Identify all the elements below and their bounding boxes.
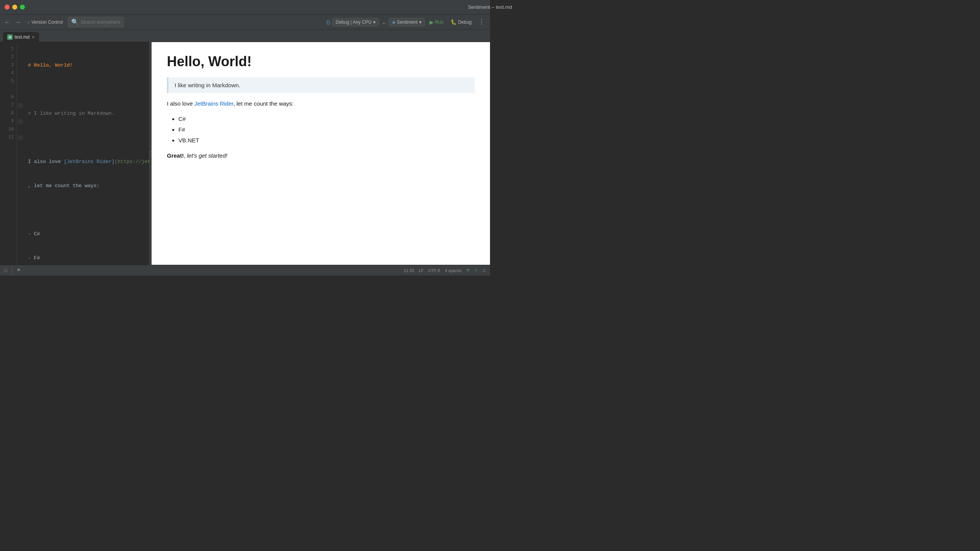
gutter-4 xyxy=(17,69,24,77)
check-status-icon: ✓ xyxy=(474,268,478,273)
title-bar: Sentiment – test.md xyxy=(0,0,490,15)
maximize-button[interactable] xyxy=(20,5,25,10)
code-line-5: I also love [JetBrains Rider](https://je… xyxy=(28,158,145,166)
status-icon-left: ◻ xyxy=(4,268,7,273)
status-alerts-icon: ⚑ xyxy=(17,268,21,273)
gutter-10 xyxy=(17,126,24,134)
splitter-dot-3 xyxy=(150,155,151,156)
line5-continuation: , let me count the ways: xyxy=(28,182,100,190)
toolbar: ← → ⑃ Version Control 🔍 Search everywher… xyxy=(0,15,490,30)
preview-link[interactable]: JetBrains Rider xyxy=(194,100,234,107)
heading-hash: # xyxy=(28,61,34,69)
status-indent[interactable]: 4 spaces xyxy=(445,268,462,273)
line-num-7: 7 xyxy=(0,101,17,109)
preview-para-prefix: I also love xyxy=(167,100,194,107)
list-item: VB.NET xyxy=(178,136,475,145)
editor-pane[interactable]: 1 2 3 4 5 6 7 8 9 10 11 xyxy=(0,42,149,265)
debug-label: Debug xyxy=(458,20,472,25)
line-num-11: 11 xyxy=(0,134,17,142)
preview-paragraph: I also love JetBrains Rider, let me coun… xyxy=(167,99,475,108)
preview-para-suffix: , let me count the ways: xyxy=(233,100,294,107)
vcs-button[interactable]: ⑃ Version Control xyxy=(24,18,65,26)
more-button[interactable]: ⋮ xyxy=(476,18,487,26)
gutter-3 xyxy=(17,61,24,69)
chevron-down-icon: ▾ xyxy=(373,20,376,25)
preview-italic-text: let's get started! xyxy=(187,152,227,159)
gutter-6 xyxy=(17,93,24,101)
preview-blockquote: I like writing in Markdown. xyxy=(167,77,475,93)
main-content: 1 2 3 4 5 6 7 8 9 10 11 xyxy=(0,42,490,265)
line-num-10: 10 xyxy=(0,126,17,134)
editor-splitter[interactable] xyxy=(149,42,152,265)
status-position[interactable]: 11:33 xyxy=(403,268,414,273)
run-icon: ▶ xyxy=(430,19,434,25)
preview-bold-italic-para: Great!, let's get started! xyxy=(167,151,475,160)
code-line-2 xyxy=(28,85,145,93)
line-numbers: 1 2 3 4 5 6 7 8 9 10 11 xyxy=(0,42,17,265)
line-num-9: 9 xyxy=(0,117,17,126)
status-bar: ◻ ⚑ 11:33 LF UTF-8 4 spaces ⟳ ✓ ⚠ xyxy=(0,265,490,276)
preview-heading: Hello, World! xyxy=(167,54,475,70)
preview-list: C# F# VB.NET xyxy=(178,114,475,145)
fold-icon-9[interactable]: − xyxy=(19,120,23,124)
gutter-9: − xyxy=(17,117,24,126)
solution-dropdown[interactable]: ◈ Sentiment ▾ xyxy=(389,18,425,26)
toolbar-right: ⟨⟩ Debug | Any CPU ▾ ⌄ ◈ Sentiment ▾ ▶ R… xyxy=(326,18,487,26)
gutter-11: − xyxy=(17,134,24,142)
run-button[interactable]: ▶ Run xyxy=(427,18,446,26)
splitter-dot-2 xyxy=(150,153,151,154)
vcs-label: Version Control xyxy=(31,20,63,25)
gutter-8 xyxy=(17,109,24,117)
fold-icon-7[interactable]: − xyxy=(19,104,23,108)
list-item: C# xyxy=(178,114,475,124)
code-line-3: > I like writing in Markdown. xyxy=(28,109,145,117)
status-separator-1 xyxy=(12,267,12,274)
editor-inner: 1 2 3 4 5 6 7 8 9 10 11 xyxy=(0,42,149,265)
window-title: Sentiment – test.md xyxy=(468,4,490,10)
forward-button[interactable]: → xyxy=(14,18,22,26)
search-icon: 🔍 xyxy=(71,18,79,26)
line-num-5: 5 xyxy=(0,77,17,85)
debug-config-dropdown[interactable]: Debug | Any CPU ▾ xyxy=(332,18,379,26)
heading-text: Hello, World! xyxy=(34,61,73,69)
line-num-6: 6 xyxy=(0,93,17,101)
vcs-icon: ⑃ xyxy=(27,20,30,25)
line-num-2: 2 xyxy=(0,53,17,61)
window-controls[interactable] xyxy=(5,5,25,10)
tab-label: test.md xyxy=(15,34,29,40)
tabs-bar: M test.md ✕ xyxy=(0,30,490,42)
code-line-7: - C# xyxy=(28,230,145,238)
code-line-6 xyxy=(28,206,145,214)
fold-icon-11[interactable]: − xyxy=(19,136,23,140)
code-editor[interactable]: # Hello, World! ✓ > I like writing in Ma… xyxy=(24,42,149,265)
debug-extra-icon: ⌄ xyxy=(381,18,386,26)
code-line-1: # Hello, World! ✓ xyxy=(28,61,145,69)
solution-chevron-icon: ▾ xyxy=(419,20,421,25)
close-button[interactable] xyxy=(5,5,10,10)
back-button[interactable]: ← xyxy=(3,18,11,26)
status-encoding[interactable]: UTF-8 xyxy=(428,268,440,273)
preview-comma: , xyxy=(184,152,187,159)
splitter-handle xyxy=(150,151,151,156)
list-item: F# xyxy=(178,125,475,134)
list-item-1: - C# xyxy=(28,230,40,238)
line-num-3: 3 xyxy=(0,61,17,69)
line5-link-url: (https://jetbrains.com/rider) xyxy=(114,158,149,166)
gutter-2 xyxy=(17,53,24,61)
minimize-button[interactable] xyxy=(12,5,17,10)
solution-label: Sentiment xyxy=(397,20,418,25)
tab-close-button[interactable]: ✕ xyxy=(31,35,35,40)
splitter-dot-1 xyxy=(150,151,151,152)
debug-config-label: Debug | Any CPU xyxy=(336,20,372,25)
preview-bold-text: Great! xyxy=(167,152,184,159)
status-line-ending[interactable]: LF xyxy=(419,268,424,273)
code-line-4 xyxy=(28,134,145,142)
search-box[interactable]: 🔍 Search everywhere xyxy=(68,17,124,27)
preview-blockquote-text: I like writing in Markdown. xyxy=(175,82,240,88)
debug-button[interactable]: 🐛 Debug xyxy=(448,18,474,26)
editor-gutter: − − − xyxy=(17,42,24,265)
tab-test-md[interactable]: M test.md ✕ xyxy=(3,32,39,42)
blockquote-text: > I like writing in Markdown. xyxy=(28,109,114,117)
tab-file-icon: M xyxy=(7,34,13,40)
run-label: Run xyxy=(435,20,444,25)
